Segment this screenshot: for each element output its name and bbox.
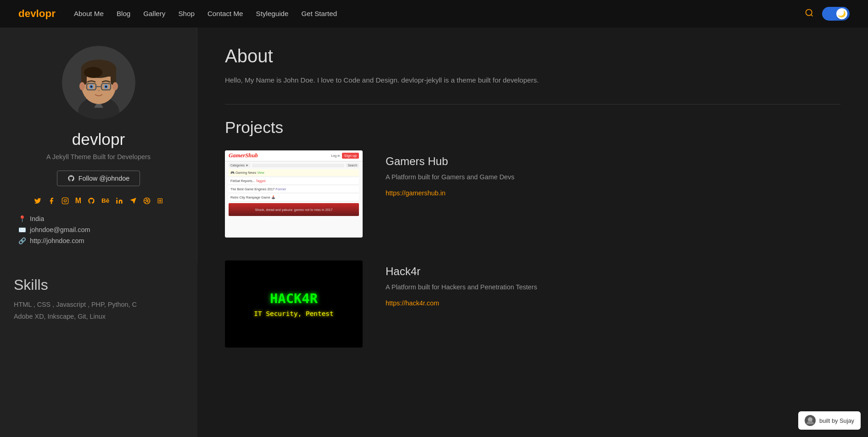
nav-brand[interactable]: devlopr [18, 8, 56, 20]
avatar [62, 46, 135, 119]
linkedin-icon[interactable] [116, 196, 123, 205]
location-item: 📍 India [18, 215, 179, 222]
nav-gallery[interactable]: Gallery [143, 10, 165, 17]
email-item: ✉️ johndoe@gmail.com [18, 226, 179, 233]
project-row: GamerShub Log in Sign up Categories ▼ Se… [225, 150, 840, 238]
projects-grid: GamerShub Log in Sign up Categories ▼ Se… [225, 150, 840, 348]
mock-row4: Retro City Rampage Game 🕹️ [229, 194, 359, 201]
link-icon: 🔗 [18, 237, 26, 244]
skills-line1: HTML , CSS , Javascript , PHP, Python, C [14, 301, 184, 308]
built-avatar [805, 415, 816, 426]
site-name: devlopr [72, 130, 125, 149]
projects-title: Projects [225, 118, 840, 137]
svg-point-13 [79, 82, 85, 90]
location-text: India [30, 215, 44, 222]
project-info-2: Hack4r A Platform built for Hackers and … [386, 260, 840, 307]
nav-shop[interactable]: Shop [178, 10, 194, 17]
dark-mode-toggle[interactable]: 🌙 [822, 7, 850, 21]
mock-row1: 🎮 Gaming News View [229, 169, 359, 177]
navbar: devlopr About Me Blog Gallery Shop Conta… [0, 0, 868, 28]
gamershub-screenshot: GamerShub Log in Sign up Categories ▼ Se… [225, 150, 363, 238]
location-icon: 📍 [18, 215, 26, 222]
svg-point-25 [117, 198, 118, 199]
mock-header: GamerShub Log in Sign up [225, 150, 363, 161]
project1-name: Gamers Hub [386, 155, 840, 168]
skills-line2: Adobe XD, Inkscape, Git, Linux [14, 313, 184, 320]
email-link[interactable]: johndoe@gmail.com [30, 226, 90, 233]
nav-styleguide[interactable]: Styleguide [256, 10, 289, 17]
follow-button[interactable]: Follow @johndoe [57, 171, 140, 186]
svg-point-23 [64, 199, 66, 202]
svg-point-14 [112, 82, 118, 90]
hack4r-subtitle-text: IT Security, Pentest [254, 310, 333, 317]
about-text: Hello, My Name is John Doe. I love to Co… [225, 75, 592, 86]
built-by-badge: built by Sujay [798, 411, 861, 430]
mock-logo: GamerShub [229, 152, 258, 159]
svg-point-24 [67, 199, 67, 199]
email-icon: ✉️ [18, 226, 26, 233]
toggle-moon-icon: 🌙 [836, 8, 847, 19]
facebook-icon[interactable] [48, 196, 55, 205]
mock-body: Categories ▼ Search 🎮 Gaming News View F… [225, 161, 363, 238]
hack4r-screenshot: HACK4R IT Security, Pentest [225, 260, 363, 348]
medium-icon[interactable]: M [75, 196, 81, 205]
project1-desc: A Platform built for Gamers and Game Dev… [386, 172, 840, 183]
built-by-text: built by Sujay [819, 417, 854, 424]
site-tagline: A Jekyll Theme Built for Developers [46, 153, 151, 160]
project2-link[interactable]: https://hack4r.com [386, 299, 439, 307]
section-divider [225, 104, 840, 105]
main-content: About Hello, My Name is John Doe. I love… [197, 28, 868, 437]
project2-name: Hack4r [386, 265, 840, 278]
website-link[interactable]: http://johndoe.com [30, 237, 84, 244]
nav-about[interactable]: About Me [74, 10, 104, 17]
hack4r-mock: HACK4R IT Security, Pentest [225, 260, 363, 348]
behance-icon[interactable]: Bē [101, 196, 109, 205]
hack4r-title-text: HACK4R [270, 291, 318, 306]
skills-title: Skills [14, 277, 184, 293]
project-row-2: HACK4R IT Security, Pentest Hack4r A Pla… [225, 260, 840, 348]
nav-links: About Me Blog Gallery Shop Contact Me St… [74, 10, 805, 18]
dribbble-icon[interactable] [143, 196, 151, 205]
follow-label: Follow @johndoe [78, 175, 129, 182]
mock-row3: The Best Game Engines 2017 Former [229, 186, 359, 193]
search-button[interactable] [805, 8, 814, 20]
telegram-icon[interactable] [129, 196, 137, 205]
mock-row2: FidSat Reporls... Tagged [229, 177, 359, 185]
gamershub-mock: GamerShub Log in Sign up Categories ▼ Se… [225, 150, 363, 238]
svg-point-20 [90, 86, 92, 88]
sidebar-info: 📍 India ✉️ johndoe@gmail.com 🔗 http://jo… [9, 215, 188, 244]
twitter-icon[interactable] [34, 196, 41, 205]
nav-contact[interactable]: Contact Me [207, 10, 243, 17]
about-title: About [225, 46, 840, 66]
sidebar: devlopr A Jekyll Theme Built for Develop… [0, 28, 197, 263]
github-icon [67, 175, 75, 182]
svg-line-1 [811, 14, 813, 16]
svg-point-21 [105, 86, 107, 88]
instagram-icon[interactable] [62, 196, 69, 205]
left-panel: devlopr A Jekyll Theme Built for Develop… [0, 28, 197, 437]
project2-desc: A Platform built for Hackers and Penetra… [386, 282, 840, 293]
svg-rect-22 [62, 198, 68, 204]
mock-signup-btn: Sign up [342, 153, 359, 159]
rss-icon[interactable]: ⊞ [157, 196, 163, 205]
project1-link[interactable]: https://gamershub.in [386, 189, 445, 197]
svg-point-12 [84, 67, 102, 78]
github-social-icon[interactable] [88, 196, 95, 205]
nav-blog[interactable]: Blog [117, 10, 130, 17]
nav-right: 🌙 [805, 7, 850, 21]
project-info-1: Gamers Hub A Platform built for Gamers a… [386, 150, 840, 197]
svg-point-0 [806, 9, 812, 15]
website-item: 🔗 http://johndoe.com [18, 237, 179, 244]
social-icons: M Bē ⊞ [34, 196, 163, 205]
page-wrapper: devlopr A Jekyll Theme Built for Develop… [0, 28, 868, 437]
skills-section: Skills HTML , CSS , Javascript , PHP, Py… [0, 263, 197, 334]
nav-getstarted[interactable]: Get Started [302, 10, 337, 17]
